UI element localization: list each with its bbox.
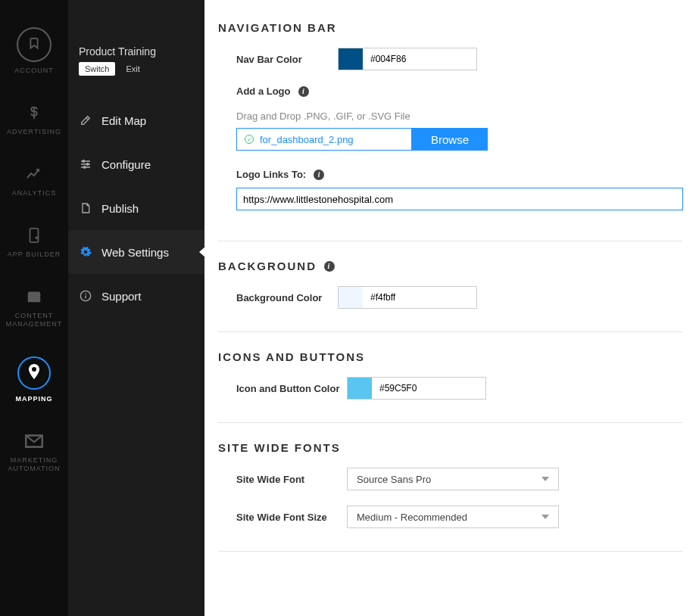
svg-rect-0 [30, 229, 39, 242]
subnav-label: Configure [101, 158, 151, 171]
rail-label: APP BUILDER [8, 250, 61, 259]
subnav-item-publish[interactable]: Publish [68, 186, 204, 230]
font-select[interactable]: Source Sans Pro [347, 468, 559, 490]
subnav-label: Publish [101, 202, 139, 215]
navbar-color-field[interactable] [338, 48, 477, 70]
logo-file-row: ✓ for_dashboard_2.png Browse [236, 128, 682, 151]
font-size-select-value: Medium - Recommended [357, 512, 467, 523]
rail-label: MAPPING [15, 395, 52, 403]
subnav-item-web-settings[interactable]: Web Settings [68, 230, 204, 274]
bg-color-field[interactable] [338, 286, 477, 309]
font-label: Site Wide Font [218, 474, 347, 485]
rail-label: ADVERTISING [7, 128, 61, 136]
rail-item-marketing-automation[interactable]: MARKETING AUTOMATION [0, 417, 68, 487]
drag-drop-hint: Drag and Drop .PNG, .GIF, or .SVG File [218, 110, 682, 122]
analytics-icon [23, 163, 45, 185]
subnav-label: Web Settings [101, 246, 169, 259]
content-icon [23, 286, 45, 307]
subnav-item-configure[interactable]: Configure [68, 142, 204, 186]
section-heading-background: BACKGROUND i [218, 260, 682, 272]
icon-color-label: Icon and Button Color [218, 383, 347, 394]
mapping-icon [17, 356, 51, 390]
document-icon [79, 201, 92, 215]
section-divider [218, 241, 682, 241]
main-content: NAVIGATION BAR Nav Bar Color Add a Logo … [204, 0, 696, 616]
icon-color-field[interactable] [347, 377, 486, 400]
svg-point-2 [32, 367, 36, 372]
dollar-icon [23, 102, 45, 123]
app-builder-icon [23, 225, 45, 246]
account-logo-icon [17, 27, 51, 62]
subnav-item-edit-map[interactable]: Edit Map [68, 98, 204, 142]
rail-item-mapping[interactable]: MAPPING [0, 342, 68, 417]
section-divider [218, 331, 682, 332]
chevron-down-icon [542, 477, 549, 481]
bg-color-row: Background Color [218, 286, 682, 309]
mode-pill-row: Switch Exit [68, 62, 204, 98]
navbar-color-row: Nav Bar Color [218, 48, 682, 70]
svg-point-6 [83, 166, 86, 169]
add-logo-row: Add a Logo i [218, 86, 682, 97]
check-icon: ✓ [245, 135, 254, 144]
chevron-down-icon [542, 515, 549, 519]
navbar-color-swatch[interactable] [339, 48, 363, 70]
main-rail: ACCOUNT ADVERTISING ANALYTICS APP BUILDE… [0, 0, 68, 616]
browse-button[interactable]: Browse [412, 128, 488, 151]
rail-label: ACCOUNT [14, 67, 54, 75]
section-heading-text: SITE WIDE FONTS [218, 441, 341, 454]
logo-link-label: Logo Links To: [236, 169, 306, 180]
rail-label: ANALYTICS [12, 189, 56, 198]
font-size-select[interactable]: Medium - Recommended [347, 506, 559, 528]
bg-color-input[interactable] [363, 287, 476, 308]
svg-rect-9 [85, 295, 86, 298]
rail-item-account[interactable]: ACCOUNT [0, 14, 68, 89]
icon-color-row: Icon and Button Color [218, 377, 682, 400]
subnav-title: Product Training [68, 45, 204, 62]
rail-item-content-management[interactable]: CONTENT MANAGEMENT [0, 272, 68, 342]
rail-item-analytics[interactable]: ANALYTICS [0, 150, 68, 211]
subnav-label: Support [101, 290, 142, 303]
navbar-color-input[interactable] [363, 48, 476, 70]
rail-label: MARKETING AUTOMATION [8, 456, 60, 473]
logo-link-input[interactable] [236, 188, 683, 210]
subnav-item-support[interactable]: Support [68, 274, 204, 318]
info-icon [79, 289, 92, 303]
navbar-color-label: Nav Bar Color [218, 54, 338, 65]
logo-link-row: Logo Links To: i [218, 169, 682, 180]
section-heading-text: NAVIGATION BAR [218, 21, 337, 34]
info-icon[interactable]: i [298, 86, 309, 97]
rail-label: CONTENT MANAGEMENT [6, 312, 63, 328]
bg-color-swatch[interactable] [339, 287, 363, 308]
gear-icon [79, 245, 92, 259]
sub-nav: Product Training Switch Exit Edit Map Co… [68, 0, 204, 616]
rail-item-app-builder[interactable]: APP BUILDER [0, 211, 68, 272]
info-icon[interactable]: i [324, 261, 335, 272]
section-heading-text: BACKGROUND [218, 260, 317, 272]
rail-item-advertising[interactable]: ADVERTISING [0, 89, 68, 150]
section-heading-icons: ICONS AND BUTTONS [218, 350, 682, 363]
exit-button[interactable]: Exit [120, 62, 145, 76]
font-size-row: Site Wide Font Size Medium - Recommended [218, 506, 682, 528]
svg-point-5 [86, 163, 89, 166]
section-heading-text: ICONS AND BUTTONS [218, 350, 365, 363]
info-icon[interactable]: i [314, 170, 324, 180]
icon-color-input[interactable] [372, 378, 485, 399]
font-size-label: Site Wide Font Size [218, 512, 347, 523]
section-divider [218, 551, 682, 552]
sliders-icon [79, 157, 92, 171]
section-divider [218, 422, 682, 423]
logo-file-dropzone[interactable]: ✓ for_dashboard_2.png [236, 128, 412, 151]
font-row: Site Wide Font Source Sans Pro [218, 468, 682, 490]
edit-icon [79, 114, 92, 127]
bg-color-label: Background Color [218, 292, 338, 303]
section-heading-navigation: NAVIGATION BAR [218, 21, 682, 34]
logo-file-name: for_dashboard_2.png [260, 134, 354, 145]
subnav-label: Edit Map [101, 114, 146, 127]
svg-point-8 [85, 294, 86, 295]
font-select-value: Source Sans Pro [357, 474, 431, 485]
add-logo-label: Add a Logo [236, 86, 291, 97]
switch-button[interactable]: Switch [79, 62, 115, 76]
section-heading-fonts: SITE WIDE FONTS [218, 441, 682, 454]
envelope-icon [23, 431, 45, 452]
icon-color-swatch[interactable] [348, 378, 372, 399]
